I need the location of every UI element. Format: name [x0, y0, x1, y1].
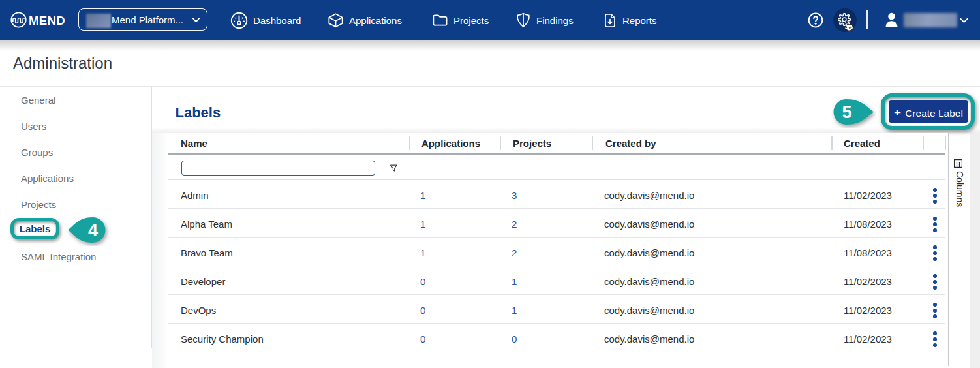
svg-text:4: 4 [88, 221, 98, 240]
svg-text:5: 5 [842, 102, 851, 122]
